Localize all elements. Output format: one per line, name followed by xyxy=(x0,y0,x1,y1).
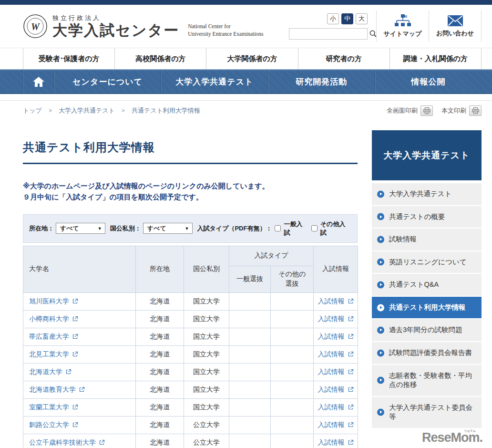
exam-info-link[interactable]: 入試情報 xyxy=(318,385,354,394)
other-selection-cell xyxy=(271,381,314,398)
other-exam-checkbox-label: その他入試 xyxy=(320,220,348,237)
site-name-block: 独立行政法人 大学入試センター xyxy=(52,14,179,39)
category-cell: 国立大学 xyxy=(184,363,229,381)
main-nav-item[interactable]: センターについて xyxy=(54,70,161,93)
audience-tab[interactable]: 調達・入札関係の方 xyxy=(390,48,482,69)
print-fullpage-button[interactable]: 全画面印刷 xyxy=(387,105,433,116)
sidebar-item[interactable]: 共通テストの概要 xyxy=(372,206,482,228)
main-nav-item[interactable]: 情報公開 xyxy=(375,70,482,93)
audience-tab[interactable]: 大学関係者の方 xyxy=(206,48,298,69)
sidebar-item[interactable]: 共通テストQ&A xyxy=(372,274,482,296)
font-size-medium-button[interactable]: 中 xyxy=(341,13,353,24)
exam-info-link[interactable]: 入試情報 xyxy=(318,297,354,306)
info-cell: 入試情報 xyxy=(314,398,358,416)
university-link[interactable]: 公立千歳科学技術大学 xyxy=(29,438,105,447)
university-name-cell: 釧路公立大学 xyxy=(23,416,136,434)
sidebar-item[interactable]: 大学入学共通テスト委員会等 xyxy=(372,397,482,428)
exam-info-link[interactable]: 入試情報 xyxy=(318,438,354,447)
sidebar-item[interactable]: 過去3年間分の試験問題 xyxy=(372,319,482,341)
notice-text: ※大学のホームページ及び入試情報のページのリンクのみ公開しています。 ９月中旬に… xyxy=(23,180,358,203)
site-logo[interactable]: W 独立行政法人 大学入試センター National Center for Un… xyxy=(23,14,264,39)
breadcrumb-separator: > xyxy=(122,107,125,114)
col-header-location: 所在地 xyxy=(136,246,184,292)
audience-tab-label: 研究者の方 xyxy=(326,54,362,63)
exam-info-link[interactable]: 入試情報 xyxy=(318,368,354,376)
sidebar-item[interactable]: 試験情報 xyxy=(372,229,482,250)
arrow-bullet-icon xyxy=(377,213,384,220)
main-nav-item[interactable]: 研究開発活動 xyxy=(268,70,375,93)
external-link-icon xyxy=(348,439,354,446)
audience-tab-label: 受験者･保護者の方 xyxy=(39,54,100,63)
external-link-icon xyxy=(72,333,78,340)
external-link-icon xyxy=(72,351,78,357)
info-cell: 入試情報 xyxy=(314,328,358,345)
search-area: 小 中 大 xyxy=(289,13,376,40)
general-selection-cell xyxy=(229,363,271,381)
location-select[interactable]: すべて ▼ xyxy=(56,223,105,234)
print-controls: 全画面印刷 本文印刷 xyxy=(387,105,482,116)
exam-type-checkboxes: 一般入試 その他入試 xyxy=(275,220,351,237)
info-cell: 入試情報 xyxy=(314,310,358,328)
exam-info-link[interactable]: 入試情報 xyxy=(318,333,354,341)
audience-tab[interactable]: 研究者の方 xyxy=(298,48,390,69)
home-nav-button[interactable] xyxy=(23,70,54,93)
sidebar-item[interactable]: 大学入学共通テスト xyxy=(372,183,482,205)
main-nav-item[interactable]: 大学入学共通テスト xyxy=(161,70,267,93)
audience-tabs: 受験者･保護者の方 高校関係者の方 大学関係者の方 研究者の方 調達・入札関係の… xyxy=(23,48,482,69)
sidebar-item[interactable]: 志願者数・受験者数・平均点の推移 xyxy=(372,365,482,396)
breadcrumb-top[interactable]: トップ xyxy=(23,106,42,115)
search-input[interactable] xyxy=(289,29,369,39)
breadcrumb-kyotsu-test[interactable]: 大学入学共通テスト xyxy=(59,106,115,115)
sitemap-link[interactable]: サイトマップ xyxy=(376,11,429,42)
table-row: 帯広畜産大学 北海道 国立大学 xyxy=(23,328,358,345)
col-header-name: 大学名 xyxy=(23,246,136,292)
audience-tab[interactable]: 高校関係者の方 xyxy=(115,48,206,69)
exam-info-link[interactable]: 入試情報 xyxy=(318,403,354,412)
svg-text:W: W xyxy=(31,21,40,32)
exam-info-link[interactable]: 入試情報 xyxy=(318,421,354,429)
table-row: 公立千歳科学技術大学 北海道 公立大学 xyxy=(23,434,358,448)
sidebar-item-label: 共通テスト利用大学情報 xyxy=(389,303,466,311)
university-link[interactable]: 北海道大学 xyxy=(29,368,72,376)
audience-tab[interactable]: 受験者･保護者の方 xyxy=(23,48,115,69)
arrow-bullet-icon xyxy=(377,304,384,311)
university-link[interactable]: 室蘭工業大学 xyxy=(29,403,78,412)
font-size-large-button[interactable]: 大 xyxy=(356,13,368,24)
table-row: 室蘭工業大学 北海道 国立大学 xyxy=(23,398,358,416)
university-link[interactable]: 釧路公立大学 xyxy=(29,421,78,429)
print-body-button[interactable]: 本文印刷 xyxy=(441,105,482,116)
audience-tab-label: 高校関係者の方 xyxy=(135,54,185,63)
notice-line-1: ※大学のホームページ及び入試情報のページのリンクのみ公開しています。 xyxy=(23,180,358,191)
location-cell: 北海道 xyxy=(136,416,184,434)
sitemap-label: サイトマップ xyxy=(384,30,422,38)
location-cell: 北海道 xyxy=(136,328,184,345)
general-exam-checkbox[interactable] xyxy=(275,225,281,231)
sidebar-item[interactable]: 試験問題評価委員会報告書 xyxy=(372,342,482,364)
university-name-cell: 北海道教育大学 xyxy=(23,381,136,398)
col-header-category: 国公私別 xyxy=(184,246,229,292)
filter-bar: 所在地： すべて ▼ 国公私別： すべて ▼ 入試タイプ（PDF有無）： 一般入… xyxy=(23,214,358,243)
sidebar-item[interactable]: 英語リスニングについて xyxy=(372,251,482,273)
university-link[interactable]: 北見工業大学 xyxy=(29,350,78,359)
university-link[interactable]: 北海道教育大学 xyxy=(29,385,85,394)
location-cell: 北海道 xyxy=(136,292,184,310)
audience-tab-row: 受験者･保護者の方 高校関係者の方 大学関係者の方 研究者の方 調達・入札関係の… xyxy=(0,48,492,69)
info-cell: 入試情報 xyxy=(314,363,358,381)
exam-info-link[interactable]: 入試情報 xyxy=(318,350,354,359)
university-link[interactable]: 小樽商科大学 xyxy=(29,315,78,323)
university-link[interactable]: 旭川医科大学 xyxy=(29,297,78,306)
col-header-info: 入試情報 xyxy=(314,246,358,292)
location-cell: 北海道 xyxy=(136,398,184,416)
breadcrumb: トップ > 大学入学共通テスト > 共通テスト利用大学情報 xyxy=(23,106,200,115)
university-link[interactable]: 帯広畜産大学 xyxy=(29,333,78,341)
sidebar-item[interactable]: 共通テスト利用大学情報 xyxy=(372,297,482,319)
category-select[interactable]: すべて ▼ xyxy=(143,223,193,234)
font-size-small-button[interactable]: 小 xyxy=(327,13,339,24)
exam-info-link[interactable]: 入試情報 xyxy=(318,315,354,323)
other-exam-checkbox[interactable] xyxy=(311,225,318,231)
contact-link[interactable]: お問い合わせ xyxy=(429,11,481,42)
site-header: W 独立行政法人 大学入試センター National Center for Un… xyxy=(0,5,492,48)
other-selection-cell xyxy=(271,328,314,345)
site-name: 大学入試センター xyxy=(52,22,179,39)
external-link-icon xyxy=(348,351,354,357)
